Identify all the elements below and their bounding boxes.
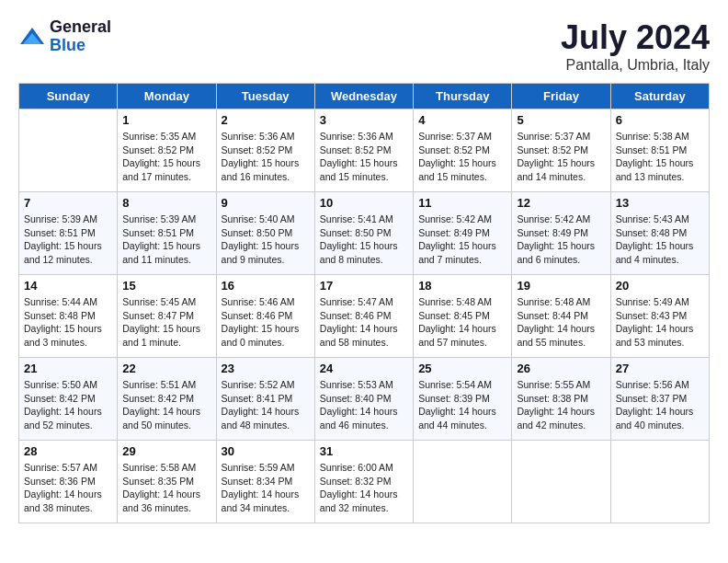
- calendar-week-row: 1Sunrise: 5:35 AM Sunset: 8:52 PM Daylig…: [19, 109, 710, 192]
- calendar-header-row: SundayMondayTuesdayWednesdayThursdayFrid…: [19, 84, 710, 109]
- day-number: 26: [517, 362, 605, 375]
- day-info: Sunrise: 5:54 AM Sunset: 8:39 PM Dayligh…: [418, 378, 506, 432]
- calendar-cell: 16Sunrise: 5:46 AM Sunset: 8:46 PM Dayli…: [216, 275, 314, 358]
- day-number: 6: [616, 113, 704, 127]
- day-info: Sunrise: 5:46 AM Sunset: 8:46 PM Dayligh…: [222, 295, 310, 350]
- month-year-title: July 2024: [561, 18, 710, 57]
- calendar-cell: 23Sunrise: 5:52 AM Sunset: 8:41 PM Dayli…: [216, 358, 314, 441]
- calendar-cell: 11Sunrise: 5:42 AM Sunset: 8:49 PM Dayli…: [414, 192, 512, 275]
- calendar-cell: 12Sunrise: 5:42 AM Sunset: 8:49 PM Dayli…: [512, 192, 610, 275]
- day-info: Sunrise: 5:44 AM Sunset: 8:48 PM Dayligh…: [24, 295, 112, 350]
- day-number: 9: [222, 196, 310, 210]
- day-info: Sunrise: 5:59 AM Sunset: 8:34 PM Dayligh…: [222, 461, 310, 515]
- logo: General Blue: [18, 18, 111, 55]
- calendar-cell: 15Sunrise: 5:45 AM Sunset: 8:47 PM Dayli…: [118, 275, 216, 358]
- calendar-cell: 21Sunrise: 5:50 AM Sunset: 8:42 PM Dayli…: [19, 358, 118, 441]
- column-header-thursday: Thursday: [414, 84, 512, 109]
- day-info: Sunrise: 5:36 AM Sunset: 8:52 PM Dayligh…: [320, 130, 408, 184]
- calendar-table: SundayMondayTuesdayWednesdayThursdayFrid…: [18, 83, 710, 523]
- calendar-week-row: 21Sunrise: 5:50 AM Sunset: 8:42 PM Dayli…: [19, 358, 710, 441]
- day-info: Sunrise: 5:38 AM Sunset: 8:51 PM Dayligh…: [616, 130, 704, 184]
- calendar-cell: [512, 441, 610, 523]
- day-number: 7: [24, 196, 112, 210]
- day-info: Sunrise: 5:58 AM Sunset: 8:35 PM Dayligh…: [122, 461, 210, 515]
- day-number: 15: [122, 279, 210, 293]
- calendar-cell: 30Sunrise: 5:59 AM Sunset: 8:34 PM Dayli…: [216, 441, 314, 523]
- day-info: Sunrise: 5:52 AM Sunset: 8:41 PM Dayligh…: [222, 378, 310, 432]
- day-number: 11: [418, 196, 506, 210]
- calendar-cell: 7Sunrise: 5:39 AM Sunset: 8:51 PM Daylig…: [19, 192, 118, 275]
- day-info: Sunrise: 5:35 AM Sunset: 8:52 PM Dayligh…: [122, 130, 210, 184]
- column-header-monday: Monday: [118, 84, 216, 109]
- day-number: 12: [517, 196, 605, 210]
- calendar-cell: 10Sunrise: 5:41 AM Sunset: 8:50 PM Dayli…: [314, 192, 413, 275]
- calendar-cell: 14Sunrise: 5:44 AM Sunset: 8:48 PM Dayli…: [19, 275, 118, 358]
- day-number: 4: [418, 113, 506, 127]
- day-number: 23: [222, 362, 310, 375]
- calendar-cell: [414, 441, 512, 523]
- calendar-week-row: 7Sunrise: 5:39 AM Sunset: 8:51 PM Daylig…: [19, 192, 710, 275]
- calendar-cell: [19, 109, 118, 192]
- day-number: 30: [222, 444, 310, 458]
- calendar-cell: 5Sunrise: 5:37 AM Sunset: 8:52 PM Daylig…: [512, 109, 610, 192]
- day-number: 21: [24, 362, 112, 375]
- calendar-cell: 3Sunrise: 5:36 AM Sunset: 8:52 PM Daylig…: [314, 109, 413, 192]
- day-number: 10: [320, 196, 408, 210]
- day-number: 1: [122, 113, 210, 127]
- calendar-cell: 31Sunrise: 6:00 AM Sunset: 8:32 PM Dayli…: [314, 441, 413, 523]
- column-header-saturday: Saturday: [610, 84, 709, 109]
- day-number: 16: [222, 279, 310, 293]
- day-info: Sunrise: 5:48 AM Sunset: 8:45 PM Dayligh…: [418, 295, 506, 350]
- location-title: Pantalla, Umbria, Italy: [561, 57, 710, 74]
- day-number: 3: [320, 113, 408, 127]
- day-info: Sunrise: 5:45 AM Sunset: 8:47 PM Dayligh…: [122, 295, 210, 350]
- calendar-cell: 26Sunrise: 5:55 AM Sunset: 8:38 PM Dayli…: [512, 358, 610, 441]
- day-number: 31: [320, 444, 408, 458]
- calendar-cell: 19Sunrise: 5:48 AM Sunset: 8:44 PM Dayli…: [512, 275, 610, 358]
- calendar-cell: 17Sunrise: 5:47 AM Sunset: 8:46 PM Dayli…: [314, 275, 413, 358]
- day-number: 20: [616, 279, 704, 293]
- calendar-cell: 2Sunrise: 5:36 AM Sunset: 8:52 PM Daylig…: [216, 109, 314, 192]
- calendar-cell: 20Sunrise: 5:49 AM Sunset: 8:43 PM Dayli…: [610, 275, 709, 358]
- column-header-tuesday: Tuesday: [216, 84, 314, 109]
- calendar-cell: 4Sunrise: 5:37 AM Sunset: 8:52 PM Daylig…: [414, 109, 512, 192]
- title-block: July 2024 Pantalla, Umbria, Italy: [561, 18, 710, 74]
- logo-line1: General: [50, 18, 111, 37]
- day-info: Sunrise: 5:55 AM Sunset: 8:38 PM Dayligh…: [517, 378, 605, 432]
- calendar-cell: 27Sunrise: 5:56 AM Sunset: 8:37 PM Dayli…: [610, 358, 709, 441]
- day-number: 22: [122, 362, 210, 375]
- calendar-cell: 8Sunrise: 5:39 AM Sunset: 8:51 PM Daylig…: [118, 192, 216, 275]
- day-number: 29: [122, 444, 210, 458]
- day-number: 19: [517, 279, 605, 293]
- day-info: Sunrise: 5:57 AM Sunset: 8:36 PM Dayligh…: [24, 461, 112, 515]
- calendar-cell: 6Sunrise: 5:38 AM Sunset: 8:51 PM Daylig…: [610, 109, 709, 192]
- day-info: Sunrise: 5:39 AM Sunset: 8:51 PM Dayligh…: [24, 213, 112, 267]
- logo-line2: Blue: [50, 37, 111, 55]
- logo-icon: [18, 26, 46, 48]
- day-info: Sunrise: 5:41 AM Sunset: 8:50 PM Dayligh…: [320, 213, 408, 267]
- day-number: 14: [24, 279, 112, 293]
- calendar-cell: 9Sunrise: 5:40 AM Sunset: 8:50 PM Daylig…: [216, 192, 314, 275]
- column-header-friday: Friday: [512, 84, 610, 109]
- day-info: Sunrise: 5:47 AM Sunset: 8:46 PM Dayligh…: [320, 295, 408, 350]
- day-info: Sunrise: 5:53 AM Sunset: 8:40 PM Dayligh…: [320, 378, 408, 432]
- day-number: 25: [418, 362, 506, 375]
- day-number: 5: [517, 113, 605, 127]
- day-info: Sunrise: 5:49 AM Sunset: 8:43 PM Dayligh…: [616, 295, 704, 350]
- day-info: Sunrise: 5:40 AM Sunset: 8:50 PM Dayligh…: [222, 213, 310, 267]
- calendar-cell: 24Sunrise: 5:53 AM Sunset: 8:40 PM Dayli…: [314, 358, 413, 441]
- calendar-cell: 13Sunrise: 5:43 AM Sunset: 8:48 PM Dayli…: [610, 192, 709, 275]
- column-header-wednesday: Wednesday: [314, 84, 413, 109]
- day-info: Sunrise: 5:42 AM Sunset: 8:49 PM Dayligh…: [418, 213, 506, 267]
- day-info: Sunrise: 5:50 AM Sunset: 8:42 PM Dayligh…: [24, 378, 112, 432]
- calendar-week-row: 14Sunrise: 5:44 AM Sunset: 8:48 PM Dayli…: [19, 275, 710, 358]
- day-number: 2: [222, 113, 310, 127]
- day-number: 18: [418, 279, 506, 293]
- calendar-cell: 22Sunrise: 5:51 AM Sunset: 8:42 PM Dayli…: [118, 358, 216, 441]
- day-number: 28: [24, 444, 112, 458]
- day-number: 27: [616, 362, 704, 375]
- day-info: Sunrise: 5:37 AM Sunset: 8:52 PM Dayligh…: [418, 130, 506, 184]
- day-info: Sunrise: 5:39 AM Sunset: 8:51 PM Dayligh…: [122, 213, 210, 267]
- calendar-cell: 1Sunrise: 5:35 AM Sunset: 8:52 PM Daylig…: [118, 109, 216, 192]
- page-header: General Blue July 2024 Pantalla, Umbria,…: [18, 18, 710, 74]
